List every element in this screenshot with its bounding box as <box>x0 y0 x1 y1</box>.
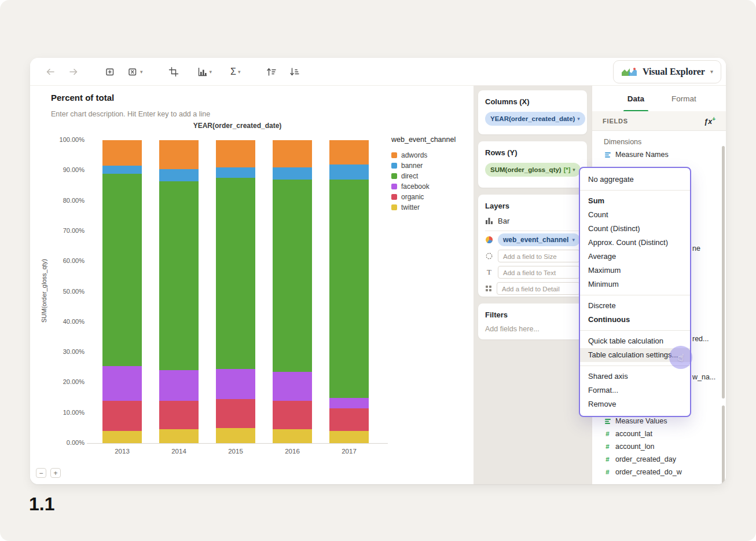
crop-icon <box>168 67 179 77</box>
back-button[interactable] <box>42 64 59 79</box>
tab-format[interactable]: Format <box>660 86 708 111</box>
stacked-bar-2016[interactable] <box>273 140 312 443</box>
menu-item-sum[interactable]: Sum <box>580 194 690 208</box>
segment-direct[interactable] <box>102 174 142 366</box>
occluded-field-fragment[interactable]: red... <box>692 335 709 343</box>
remove-chart-button[interactable]: ▾ <box>124 64 146 79</box>
menu-item-shared-axis[interactable]: Shared axis <box>580 370 690 383</box>
stacked-bar-2013[interactable] <box>102 140 142 443</box>
add-chart-button[interactable] <box>102 64 119 79</box>
segment-facebook[interactable] <box>216 369 255 399</box>
menu-item-count-distinct[interactable]: Count (Distinct) <box>580 222 690 236</box>
menu-item-continuous[interactable]: Continuous <box>580 313 690 327</box>
stacked-bar-2017[interactable] <box>329 140 369 443</box>
field-item-account-lat[interactable]: #account_lat <box>599 427 720 440</box>
menu-item-remove[interactable]: Remove <box>580 397 690 411</box>
segment-adwords[interactable] <box>216 140 255 167</box>
segment-organic[interactable] <box>329 408 369 431</box>
segment-adwords[interactable] <box>159 140 199 169</box>
color-field-pill[interactable]: web_event_channel ▾ <box>498 233 580 246</box>
menu-item-maximum[interactable]: Maximum <box>580 264 690 277</box>
forward-button[interactable] <box>65 64 82 79</box>
segment-facebook[interactable] <box>159 370 199 400</box>
stacked-bar-2014[interactable] <box>159 140 199 443</box>
segment-direct[interactable] <box>159 181 199 371</box>
legend-item-twitter[interactable]: twitter <box>391 202 472 213</box>
segment-banner[interactable] <box>102 166 142 173</box>
segment-banner[interactable] <box>329 165 369 180</box>
segment-facebook[interactable] <box>102 366 142 401</box>
workbook-switcher[interactable]: Visual Explorer ▾ <box>613 60 721 83</box>
field-item-order-created-do-w[interactable]: #order_created_do_w <box>599 466 720 478</box>
detail-drop-target[interactable]: Add a field to Detail <box>497 282 580 295</box>
segment-twitter[interactable] <box>329 431 369 443</box>
zoom-out-button[interactable]: − <box>36 468 46 478</box>
legend-item-banner[interactable]: banner <box>391 160 472 171</box>
legend-item-organic[interactable]: organic <box>391 192 472 202</box>
segment-organic[interactable] <box>102 401 142 431</box>
crop-rotate-button[interactable] <box>166 64 182 79</box>
occluded-field-fragment[interactable]: w_na... <box>692 373 715 381</box>
segment-organic[interactable] <box>216 399 255 428</box>
sort-descending-button[interactable] <box>286 64 303 79</box>
add-calculated-field-button[interactable]: ƒx+ <box>704 116 715 126</box>
occluded-field-fragment[interactable]: ne <box>692 244 700 253</box>
menu-item-quick-table-calculation[interactable]: Quick table calculation <box>580 334 690 348</box>
segment-direct[interactable] <box>216 178 255 368</box>
scrollbar-thumb[interactable] <box>722 405 725 484</box>
columns-pill[interactable]: YEAR(order_created_date) ▾ <box>485 112 585 126</box>
segment-twitter[interactable] <box>216 428 255 443</box>
menu-item-discrete[interactable]: Discrete <box>580 299 690 313</box>
segment-facebook[interactable] <box>329 398 369 408</box>
size-drop-target[interactable]: Add a field to Size <box>498 250 580 262</box>
segment-adwords[interactable] <box>273 140 312 167</box>
menu-item-average[interactable]: Average <box>580 250 690 264</box>
mark-type-row[interactable]: Bar <box>485 215 580 231</box>
legend-item-direct[interactable]: direct <box>391 171 472 181</box>
sort-ascending-button[interactable] <box>263 64 280 79</box>
legend-items: adwordsbannerdirectfacebookorganictwitte… <box>391 150 472 213</box>
aggregate-button[interactable]: Σ ▾ <box>227 65 243 79</box>
field-item-order-created-day[interactable]: #order_created_day <box>599 453 720 466</box>
segment-adwords[interactable] <box>329 140 369 165</box>
legend-swatch <box>391 163 397 169</box>
legend-item-adwords[interactable]: adwords <box>391 150 472 160</box>
segment-banner[interactable] <box>216 167 255 178</box>
segment-direct[interactable] <box>273 180 312 372</box>
menu-item-format[interactable]: Format... <box>580 383 690 397</box>
text-icon: T <box>485 268 493 277</box>
fx-icon: ƒx <box>704 118 712 126</box>
segment-organic[interactable] <box>273 401 312 430</box>
rows-pill-label: SUM(order_gloss_qty) <box>490 166 562 173</box>
segment-twitter[interactable] <box>159 429 199 443</box>
zoom-in-button[interactable]: + <box>50 468 61 478</box>
segment-organic[interactable] <box>159 401 199 430</box>
menu-item-count[interactable]: Count <box>580 208 690 222</box>
segment-facebook[interactable] <box>273 372 312 401</box>
rows-pill[interactable]: SUM(order_gloss_qty) [*] ▾ <box>485 163 581 177</box>
chart-type-button[interactable]: ▾ <box>194 64 215 79</box>
text-drop-target[interactable]: Add a field to Text <box>498 266 580 279</box>
stacked-bar-2015[interactable] <box>216 140 255 443</box>
segment-twitter[interactable] <box>102 431 142 443</box>
filters-drop-target[interactable]: Add fields here... <box>485 325 580 333</box>
segment-adwords[interactable] <box>102 140 142 166</box>
tab-data[interactable]: Data <box>612 86 660 111</box>
legend: web_event_channel adwordsbannerdirectfac… <box>391 136 472 213</box>
menu-item-approx-count-distinct[interactable]: Approx. Count (Distinct) <box>580 236 690 250</box>
legend-item-facebook[interactable]: facebook <box>391 181 472 192</box>
chevron-down-icon: ▾ <box>210 69 212 75</box>
scrollbar-thumb[interactable] <box>722 146 725 399</box>
field-item-account-lon[interactable]: #account_lon <box>599 440 720 453</box>
field-item-measure-names[interactable]: Measure Names <box>599 148 720 161</box>
size-shelf-row: Add a field to Size <box>485 248 580 264</box>
segment-banner[interactable] <box>159 169 199 181</box>
segment-banner[interactable] <box>273 167 312 180</box>
chart-title[interactable]: Percent of total <box>51 93 114 103</box>
chart-description-placeholder[interactable]: Enter chart description. Hit Enter key t… <box>51 110 210 118</box>
segment-twitter[interactable] <box>273 429 312 443</box>
segment-direct[interactable] <box>329 180 369 398</box>
menu-item-no-aggregate[interactable]: No aggregate <box>580 173 690 187</box>
menu-item-table-calculation-settings[interactable]: Table calculation settings... <box>580 348 690 362</box>
menu-item-minimum[interactable]: Minimum <box>580 277 690 291</box>
